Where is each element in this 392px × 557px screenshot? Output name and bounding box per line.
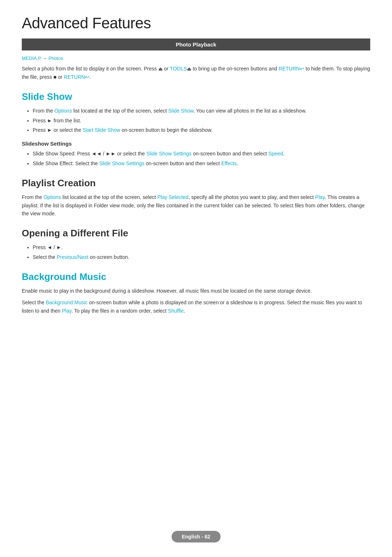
breadcrumb-part1: MEDIA.P [22, 56, 41, 61]
return-link1: RETURN↩ [279, 66, 304, 72]
return-link2: RETURN↩ [64, 74, 89, 80]
play-selected-link: Play Selected [158, 194, 189, 200]
intro-text5: . [89, 74, 91, 80]
breadcrumb-arrow: → [41, 56, 48, 61]
breadcrumb-part2: Photos [48, 56, 63, 61]
list-item: From the Options list located at the top… [33, 107, 370, 115]
intro-text2: or [163, 66, 170, 72]
play-link1: Play [315, 194, 324, 200]
intro-paragraph: Select a photo from the list to display … [22, 65, 370, 81]
list-item: Press ► from the list. [33, 117, 370, 125]
shuffle-link: Shuffle [168, 308, 184, 314]
play-link2: Play [62, 308, 72, 314]
slide-show-settings-link1: Slide Show Settings [146, 151, 192, 156]
previous-next-link: Previous/Next [57, 254, 88, 260]
play-icon: ⏏ [158, 65, 163, 73]
intro-text3: to bring up the on-screen buttons and [191, 66, 279, 72]
background-music-body1: Enable music to play in the background d… [22, 287, 370, 295]
list-item: Select the Previous/Next on-screen butto… [33, 253, 370, 261]
background-music-title: Background Music [22, 271, 370, 282]
list-item: Slide Show Speed: Press ◄◄ / ►► or selec… [33, 150, 370, 158]
tools-icon: ⏏ [187, 65, 191, 73]
speed-link: Speed [268, 151, 283, 156]
photo-playback-header: Photo Playback [22, 38, 370, 50]
effects-link: Effects [221, 160, 237, 166]
slideshow-settings-list: Slide Show Speed: Press ◄◄ / ►► or selec… [22, 150, 370, 167]
slide-show-link: Slide Show [168, 108, 193, 114]
slide-show-title: Slide Show [22, 91, 370, 102]
tools-link: TOOLS [170, 66, 187, 72]
breadcrumb: MEDIA.P → Photos [22, 56, 370, 61]
start-slide-show-link: Start Slide Show [83, 127, 121, 133]
opening-different-file-title: Opening a Different File [22, 228, 370, 239]
opening-different-file-list: Press ◄ / ►. Select the Previous/Next on… [22, 243, 370, 261]
slide-show-settings-link2: Slide Show Settings [99, 160, 144, 166]
background-music-link: Background Music [46, 300, 87, 305]
list-item: Slide Show Effect: Select the Slide Show… [33, 159, 370, 167]
slide-show-list: From the Options list located at the top… [22, 107, 370, 134]
list-item: Press ◄ / ►. [33, 243, 370, 251]
options-link2: Options [44, 194, 61, 200]
playlist-creation-body: From the Options list located at the top… [22, 193, 370, 217]
background-music-body2: Select the Background Music on-screen bu… [22, 298, 370, 315]
playlist-creation-title: Playlist Creation [22, 178, 370, 189]
page-title: Advanced Features [22, 15, 370, 32]
list-item: Press ► or select the Start Slide Show o… [33, 126, 370, 134]
page-footer: English - 62 [172, 531, 221, 542]
intro-text1: Select a photo from the list to display … [22, 66, 158, 72]
slideshow-settings-title: Slideshow Settings [22, 141, 370, 147]
options-link1: Options [54, 108, 72, 114]
